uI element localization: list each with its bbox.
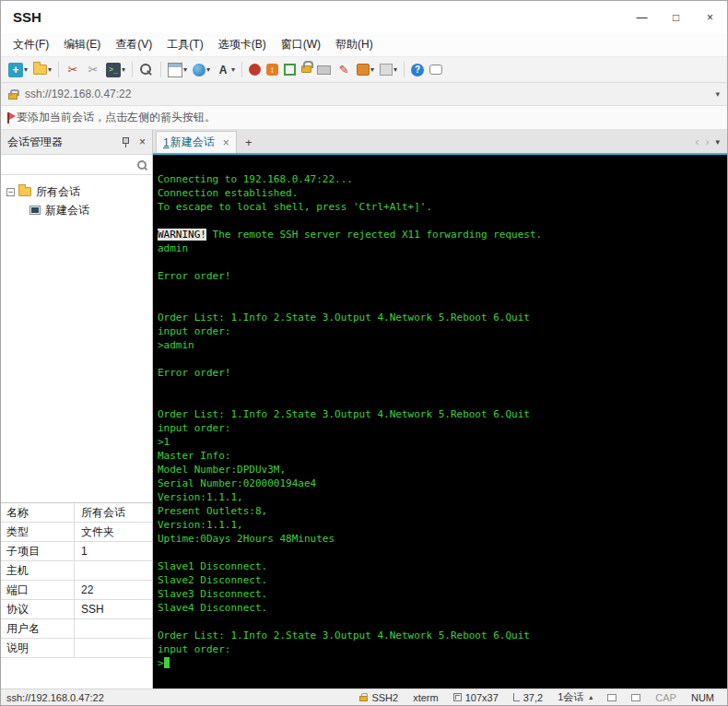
terminal-line: Version:1.1.1, [158,518,722,532]
reconnect-button[interactable] [84,61,102,79]
property-row: 协议SSH [1,600,152,619]
status-pane-toggle-1[interactable] [600,694,624,701]
find-button[interactable] [137,61,156,79]
folder-icon [18,187,31,196]
toolbar: ▾▾▾▾▾▾▾▾ [1,56,727,83]
toolbar-separator [132,62,133,77]
dropdown-caret-icon: ▾ [231,65,235,74]
compose-button[interactable] [335,61,353,79]
fullscreen-button[interactable] [282,62,298,77]
status-terminal-type[interactable]: xterm [405,692,446,703]
menu-tools[interactable]: 工具(T) [159,34,210,55]
font-button[interactable]: ▾ [214,61,237,79]
panel-close-icon[interactable]: × [139,135,146,148]
tab-new-session[interactable]: 1 新建会话 × [156,131,237,153]
menu-edit[interactable]: 编辑(E) [56,34,108,55]
notice-bar: 要添加当前会话，点击左侧的箭头按钮。 [1,106,727,130]
reconnect-icon [86,63,100,77]
minimize-button[interactable]: — [625,1,659,33]
terminal-line: input order: [158,324,722,338]
transfer-button[interactable]: ▾ [355,62,376,77]
property-value [75,561,152,580]
property-label: 协议 [1,600,75,618]
keyboard-button[interactable] [315,64,333,76]
terminal-line [158,255,722,269]
terminal-line: input order: [158,421,722,435]
collapse-icon[interactable] [6,188,15,196]
terminal-cursor [164,657,170,668]
maximize-button[interactable]: □ [659,1,693,33]
dropdown-caret-icon: ▾ [48,65,52,74]
dropdown-caret-icon: ▾ [122,65,125,74]
terminal-output[interactable]: Connecting to 192.168.0.47:22...Connecti… [153,155,727,688]
address-dropdown-icon[interactable]: ▾ [715,89,720,99]
menu-view[interactable]: 查看(V) [108,34,159,55]
property-value: 文件夹 [75,523,152,541]
close-button[interactable]: × [693,1,727,33]
property-value [75,639,152,657]
tab-close-icon[interactable]: × [223,136,229,149]
status-caps-lock: CAP [648,692,684,703]
duplicate-session-button[interactable]: ▾ [104,61,127,79]
property-value: SSH [75,600,152,618]
status-cursor-position[interactable]: 37,2 [506,692,550,703]
xagent-button[interactable] [247,62,263,77]
help-button[interactable] [409,62,426,78]
menu-help[interactable]: 帮助(H) [328,34,381,55]
new-tab-button[interactable]: + [240,133,258,151]
terminal-line: > [158,656,722,670]
menu-file[interactable]: 文件(F) [6,34,56,55]
tab-scroll-right-icon[interactable]: › [705,135,709,148]
property-label: 主机 [1,561,75,580]
status-pane-toggle-2[interactable] [624,694,648,701]
feedback-button[interactable] [428,63,444,76]
menu-tabs[interactable]: 选项卡(B) [211,34,274,55]
pin-icon[interactable] [123,137,129,144]
new-session-button[interactable]: ▾ [6,61,29,79]
address-bar: ssh://192.168.0.47:22 ▾ [1,83,727,106]
property-row: 类型文件夹 [1,523,152,542]
panes-button[interactable]: ▾ [378,62,399,77]
xftp-button[interactable] [264,62,280,77]
session-search-input[interactable] [6,159,136,171]
tab-layout-button[interactable]: ▾ [166,61,189,79]
tree-item-new-session[interactable]: 新建会话 [1,201,152,219]
dropdown-caret-icon: ▾ [393,65,397,74]
session-tree: 所有会话 新建会话 [1,175,152,502]
disconnect-button[interactable] [64,61,82,79]
open-folder-button[interactable]: ▾ [31,63,53,76]
terminal-line: Order List: 1.Info 2.State 3.Output 4.Ne… [158,629,722,642]
terminal-line: Master Info: [158,449,722,463]
menu-bar: 文件(F)编辑(E)查看(V)工具(T)选项卡(B)窗口(W)帮助(H) [1,33,727,56]
tree-item-all-sessions[interactable]: 所有会话 [1,182,152,201]
tab-scroll-left-icon[interactable]: ‹ [695,135,699,148]
flag-icon [7,112,9,124]
duplicate-session-icon [106,63,121,77]
terminal-line: Connecting to 192.168.0.47:22... [158,172,722,186]
find-icon [139,63,154,77]
terminal-line [158,297,722,311]
panel-icon [631,694,640,701]
status-terminal-size[interactable]: 107x37 [446,692,506,703]
web-button[interactable]: ▾ [191,62,212,78]
window-title: SSH [1,9,625,25]
font-icon [216,63,230,77]
notice-text: 要添加当前会话，点击左侧的箭头按钮。 [17,110,216,125]
terminal-line: input order: [158,642,722,656]
panel-icon [607,694,616,701]
tab-list-icon[interactable]: ▾ [715,137,720,147]
address-url[interactable]: ssh://192.168.0.47:22 [25,88,715,100]
terminal-line: Error order! [158,269,722,283]
lock-button[interactable] [299,64,313,76]
menu-window[interactable]: 窗口(W) [274,34,328,55]
status-session-count[interactable]: 1会话▴ [550,690,600,704]
property-label: 用户名 [1,619,75,638]
panel-header: 会话管理器 × [1,130,152,155]
tree-item-label: 新建会话 [45,203,89,218]
terminal-line: Slave3 Disconnect. [158,587,722,601]
status-protocol[interactable]: SSH2 [352,692,405,703]
property-row: 用户名 [1,619,152,639]
terminal-line [158,546,722,559]
session-search [1,155,152,175]
title-bar: SSH —□× [1,1,727,33]
